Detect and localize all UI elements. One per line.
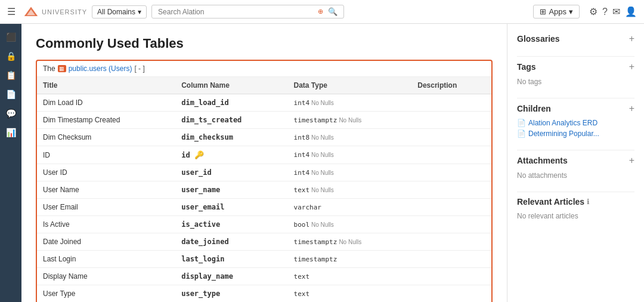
table-prefix: The [43,64,55,73]
row-7-column-name: is_active [175,216,287,233]
row-1-column-name: dim_ts_created [175,112,287,129]
columns-table: Title Column Name Data Type Description … [37,77,491,302]
children-item-1-label: Alation Analytics ERD [528,119,597,127]
table-controls[interactable]: [ - ] [134,64,144,73]
attachments-header: Attachments + [517,155,634,166]
main-layout: ⬛ 🔒 📋 📄 💬 📊 Commonly Used Tables The ▦ p… [0,24,644,302]
children-item-2[interactable]: 📄 Determining Popular... [517,130,634,138]
db-icon: ▦ [58,65,66,72]
sidebar-lock-icon[interactable]: 🔒 [2,48,20,64]
children-header: Children + [517,103,634,114]
row-9-data-type: timestamptz [288,251,412,268]
notification-icon[interactable]: ✉ [612,6,620,17]
glossaries-add-button[interactable]: + [629,33,634,44]
sidebar-chart-icon[interactable]: 📊 [2,124,20,141]
table-row: Dim Timestamp Createddim_ts_createdtimes… [37,112,491,129]
tags-section: Tags + No tags [517,61,634,86]
row-5-column-name: user_name [175,181,287,199]
row-10-column-name: display_name [175,268,287,285]
user-icon[interactable]: 👤 [625,6,637,17]
search-bar[interactable]: ⊕ 🔍 [151,5,344,19]
divider-4 [517,192,634,192]
row-11-description [411,285,491,303]
row-8-title: Date Joined [37,233,175,251]
row-2-title: Dim Checksum [37,129,175,146]
hamburger-icon[interactable]: ☰ [7,6,16,17]
row-7-description [411,216,491,233]
relevant-articles-title: Relevant Articles [517,197,584,207]
domain-select[interactable]: All Domains ▾ [92,5,147,19]
settings-icon[interactable]: ⚙ [589,6,597,17]
row-7-data-type: boolNo Nulls [288,216,412,233]
row-1-title: Dim Timestamp Created [37,112,175,129]
sidebar-table-icon[interactable]: 📋 [2,67,20,84]
row-6-description [411,199,491,216]
row-4-data-type: int4No Nulls [288,164,412,181]
page-title: Commonly Used Tables [36,36,493,51]
search-icon: 🔍 [328,7,338,16]
col-header-data-type: Data Type [288,77,412,94]
children-item-2-label: Determining Popular... [528,130,599,138]
grid-icon: ⊞ [540,7,546,16]
table-row: Dim Load IDdim_load_idint4No Nulls [37,94,491,112]
info-icon[interactable]: ℹ [587,198,590,206]
table-row: Is Activeis_activeboolNo Nulls [37,216,491,233]
row-5-data-type: textNo Nulls [288,181,412,199]
sidebar-doc-icon[interactable]: 📄 [2,86,20,103]
alation-logo-icon [23,6,39,18]
relevant-articles-section: Relevant Articles ℹ No relevant articles [517,197,634,220]
table-container: The ▦ public.users (Users) [ - ] Title C… [36,60,493,302]
col-header-title: Title [37,77,175,94]
row-11-data-type: text [288,285,412,303]
table-row: User IDuser_idint4No Nulls [37,164,491,181]
divider-2 [517,98,634,98]
help-icon[interactable]: ? [602,7,608,17]
table-header-row: Title Column Name Data Type Description [37,77,491,94]
children-title: Children [517,104,551,113]
children-item-1[interactable]: 📄 Alation Analytics ERD [517,119,634,127]
row-6-title: User Email [37,199,175,216]
search-input[interactable] [158,8,313,16]
glossaries-title: Glossaries [517,34,560,44]
logo: UNIVERSITY [23,6,87,18]
row-4-description [411,164,491,181]
row-6-column-name: user_email [175,199,287,216]
sidebar-chat-icon[interactable]: 💬 [2,105,20,122]
row-5-description [411,181,491,199]
row-2-data-type: int8No Nulls [288,129,412,146]
content-area: Commonly Used Tables The ▦ public.users … [21,24,507,302]
row-0-description [411,94,491,112]
doc-icon-2: 📄 [517,130,526,138]
key-icon: 🔑 [190,150,205,159]
row-6-data-type: varchar [288,199,412,216]
row-2-column-name: dim_checksum [175,129,287,146]
row-3-title: ID [37,146,175,164]
table-row: Date Joineddate_joinedtimestamptzNo Null… [37,233,491,251]
relevant-articles-empty-text: No relevant articles [517,212,578,220]
left-sidebar: ⬛ 🔒 📋 📄 💬 📊 [0,24,21,302]
attachments-empty-text: No attachments [517,171,567,180]
nav-icons: ⚙ ? ✉ 👤 [589,6,637,17]
row-8-description [411,233,491,251]
sidebar-home-icon[interactable]: ⬛ [2,29,20,45]
row-3-column-name: id 🔑 [175,146,287,164]
right-panel: Glossaries + Tags + No tags Children + 📄… [507,24,644,302]
attachments-add-button[interactable]: + [629,155,634,166]
row-8-data-type: timestamptzNo Nulls [288,233,412,251]
apps-button[interactable]: ⊞ Apps ▾ [533,5,580,19]
row-9-title: Last Login [37,251,175,268]
tags-title: Tags [517,62,536,72]
table-row: User Typeuser_typetext [37,285,491,303]
row-7-title: Is Active [37,216,175,233]
apps-label: Apps [549,7,566,16]
table-link[interactable]: public.users (Users) [69,64,132,73]
divider-3 [517,150,634,150]
glossaries-section: Glossaries + [517,33,634,44]
children-add-button[interactable]: + [629,103,634,114]
alation-logo-search: ⊕ [318,8,323,16]
table-row: Display Namedisplay_nametext [37,268,491,285]
row-5-title: User Name [37,181,175,199]
tags-add-button[interactable]: + [629,61,634,72]
row-0-data-type: int4No Nulls [288,94,412,112]
col-header-description: Description [411,77,491,94]
